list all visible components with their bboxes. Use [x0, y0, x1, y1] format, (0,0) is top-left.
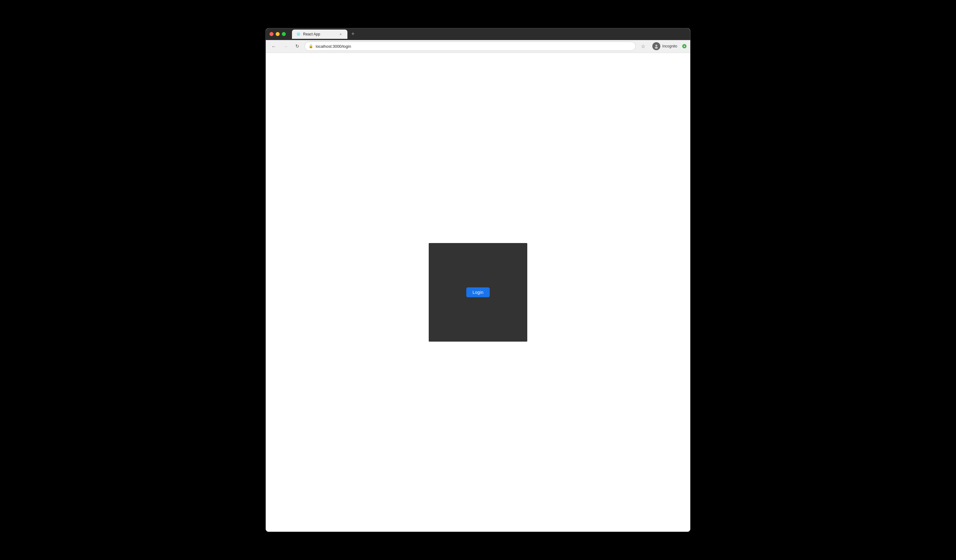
- new-tab-button[interactable]: +: [349, 30, 357, 38]
- tab-favicon-icon: [296, 32, 300, 36]
- title-bar: React App × +: [266, 28, 690, 40]
- incognito-label: Incognito: [662, 44, 677, 48]
- login-button[interactable]: Login: [466, 287, 489, 297]
- minimize-window-button[interactable]: [276, 32, 280, 36]
- extensions-dot-icon[interactable]: ●: [682, 44, 687, 48]
- svg-point-5: [655, 47, 658, 49]
- tab-close-button[interactable]: ×: [338, 32, 343, 37]
- back-button[interactable]: ←: [269, 42, 278, 50]
- lock-icon: 🔒: [308, 44, 313, 48]
- active-tab[interactable]: React App ×: [292, 30, 347, 39]
- forward-button[interactable]: →: [281, 42, 290, 50]
- url-text: localhost:3000/login: [316, 44, 632, 49]
- extensions-dot-label: ●: [684, 45, 685, 48]
- tab-bar: React App × +: [292, 30, 357, 39]
- bookmark-star-button[interactable]: ☆: [639, 42, 648, 50]
- login-card: Login: [429, 243, 527, 341]
- reload-button[interactable]: ↻: [293, 42, 302, 50]
- page-content: Login: [266, 53, 690, 532]
- close-window-button[interactable]: [269, 32, 274, 36]
- incognito-badge[interactable]: Incognito: [649, 41, 680, 52]
- nav-right-controls: ☆ Incognito ●: [639, 41, 687, 52]
- tab-title: React App: [303, 32, 336, 36]
- svg-point-0: [298, 34, 299, 35]
- nav-bar: ← → ↻ 🔒 localhost:3000/login ☆ Incognito…: [266, 40, 690, 53]
- incognito-avatar-icon: [653, 42, 660, 50]
- address-bar[interactable]: 🔒 localhost:3000/login: [305, 42, 636, 51]
- browser-window: React App × + ← → ↻ 🔒 localhost:3000/log…: [266, 28, 690, 532]
- maximize-window-button[interactable]: [282, 32, 286, 36]
- svg-point-4: [656, 45, 657, 47]
- traffic-lights: [269, 32, 286, 36]
